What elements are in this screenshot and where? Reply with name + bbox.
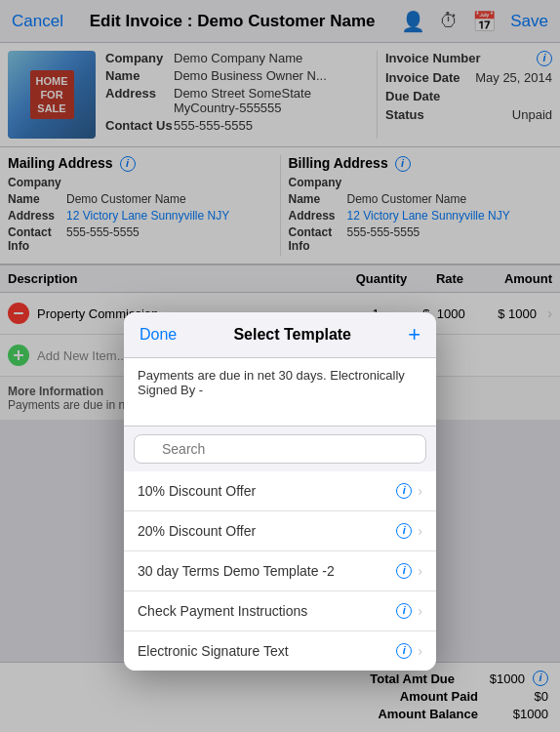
template-item-label: 30 day Terms Demo Template -2 xyxy=(138,563,393,579)
template-chevron-icon: › xyxy=(418,563,422,579)
template-chevron-icon: › xyxy=(418,603,422,619)
modal-title: Select Template xyxy=(233,326,351,344)
template-item-label: Check Payment Instructions xyxy=(138,603,393,619)
modal-overlay[interactable]: Done Select Template + Payments are due … xyxy=(0,0,560,732)
select-template-modal: Done Select Template + Payments are due … xyxy=(124,312,436,671)
template-item-label: 10% Discount Offer xyxy=(138,483,393,499)
template-item-label: Electronic Signature Text xyxy=(138,643,393,659)
list-item[interactable]: 10% Discount Offer i › xyxy=(124,471,436,511)
list-item[interactable]: Electronic Signature Text i › xyxy=(124,631,436,671)
template-chevron-icon: › xyxy=(418,523,422,539)
modal-header: Done Select Template + xyxy=(124,312,436,358)
template-info-icon[interactable]: i xyxy=(396,643,412,659)
modal-done-button[interactable]: Done xyxy=(140,326,177,344)
modal-notes-area: Payments are due in net 30 days. Electro… xyxy=(124,358,436,427)
template-list: 10% Discount Offer i › 20% Discount Offe… xyxy=(124,471,436,671)
list-item[interactable]: Check Payment Instructions i › xyxy=(124,591,436,631)
template-chevron-icon: › xyxy=(418,483,422,499)
search-input[interactable] xyxy=(134,434,426,464)
template-chevron-icon: › xyxy=(418,643,422,659)
list-item[interactable]: 20% Discount Offer i › xyxy=(124,511,436,551)
list-item[interactable]: 30 day Terms Demo Template -2 i › xyxy=(124,551,436,591)
modal-add-button[interactable]: + xyxy=(408,324,420,346)
modal-search-bar: 🔍 xyxy=(124,427,436,471)
template-info-icon[interactable]: i xyxy=(396,563,412,579)
template-info-icon[interactable]: i xyxy=(396,603,412,619)
template-item-label: 20% Discount Offer xyxy=(138,523,393,539)
template-info-icon[interactable]: i xyxy=(396,523,412,539)
template-info-icon[interactable]: i xyxy=(396,483,412,499)
search-wrap: 🔍 xyxy=(134,434,426,464)
